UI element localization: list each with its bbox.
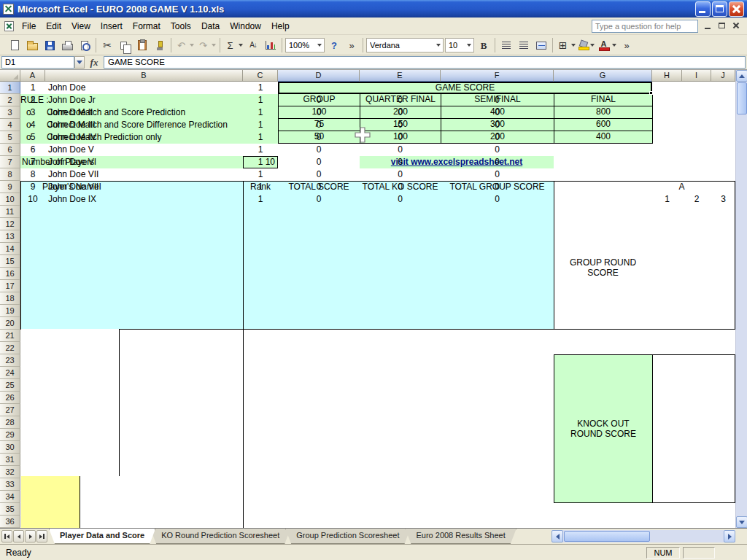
row-header-28[interactable]: 28 xyxy=(0,416,20,429)
zoom-select[interactable]: 100% xyxy=(285,38,325,52)
cells-area[interactable]: RULE : oCorrect Match and Score Predicti… xyxy=(20,82,735,528)
row-header-13[interactable]: 13 xyxy=(0,230,20,243)
column-header-D[interactable]: D xyxy=(278,70,360,82)
merge-center-button[interactable] xyxy=(533,37,550,53)
open-button[interactable] xyxy=(23,37,41,53)
horizontal-scrollbar[interactable] xyxy=(551,530,735,542)
align-left-button[interactable] xyxy=(498,37,515,53)
row-header-6[interactable]: 6 xyxy=(0,144,20,156)
column-header-F[interactable]: F xyxy=(441,70,554,82)
row-header-18[interactable]: 18 xyxy=(0,292,20,305)
borders-button[interactable]: ⊞ xyxy=(555,37,577,53)
maximize-button[interactable] xyxy=(712,1,727,17)
row-header-21[interactable]: 21 xyxy=(0,330,20,342)
column-header-H[interactable]: H xyxy=(652,70,682,82)
row-header-15[interactable]: 15 xyxy=(0,255,20,268)
tab-first-button[interactable] xyxy=(1,530,12,542)
row-header-20[interactable]: 20 xyxy=(0,317,20,330)
row-header-10[interactable]: 10 xyxy=(0,193,20,206)
toolbar-options-2-button[interactable]: » xyxy=(618,37,635,53)
select-all-corner[interactable] xyxy=(0,70,20,82)
vertical-scrollbar[interactable] xyxy=(735,70,747,528)
column-header-B[interactable]: B xyxy=(45,70,243,82)
row-header-14[interactable]: 14 xyxy=(0,243,20,255)
fill-color-button[interactable] xyxy=(577,37,596,53)
chart-wizard-button[interactable] xyxy=(262,37,279,53)
bold-button[interactable]: B xyxy=(475,37,492,53)
row-header-7[interactable]: 7 xyxy=(0,156,20,168)
help-question-box[interactable]: Type a question for help xyxy=(592,20,698,33)
row-header-26[interactable]: 26 xyxy=(0,392,20,404)
print-preview-button[interactable] xyxy=(76,37,93,53)
row-header-23[interactable]: 23 xyxy=(0,354,20,367)
row-header-36[interactable]: 36 xyxy=(0,516,20,528)
menu-file[interactable]: File xyxy=(17,19,41,34)
name-box-dropdown[interactable] xyxy=(74,56,85,69)
workbook-close-button[interactable] xyxy=(729,20,742,31)
row-header-3[interactable]: 3 xyxy=(0,106,20,119)
formula-content[interactable]: GAME SCORE xyxy=(104,56,746,69)
row-header-25[interactable]: 25 xyxy=(0,379,20,392)
font-color-button[interactable]: A xyxy=(596,37,618,53)
row-header-32[interactable]: 32 xyxy=(0,466,20,478)
paste-button[interactable] xyxy=(133,37,151,53)
active-cell-game-score[interactable]: GAME SCORE xyxy=(278,82,652,94)
menu-view[interactable]: View xyxy=(66,19,96,34)
tab-next-button[interactable] xyxy=(25,530,36,542)
column-header-A[interactable]: A xyxy=(20,70,45,82)
menu-insert[interactable]: Insert xyxy=(96,19,128,34)
scroll-up-button[interactable] xyxy=(736,70,747,82)
sheet-tab-3[interactable]: Group Prediction Scoresheet xyxy=(285,529,410,544)
tab-last-button[interactable] xyxy=(36,530,47,542)
row-header-33[interactable]: 33 xyxy=(0,478,20,491)
menu-data[interactable]: Data xyxy=(196,19,225,34)
autosum-button[interactable]: Σ xyxy=(222,37,244,53)
column-header-E[interactable]: E xyxy=(360,70,441,82)
column-header-I[interactable]: I xyxy=(682,70,711,82)
row-header-9[interactable]: 9 xyxy=(0,181,20,193)
format-painter-button[interactable] xyxy=(151,37,169,53)
row-header-27[interactable]: 27 xyxy=(0,404,20,416)
menu-edit[interactable]: Edit xyxy=(41,19,66,34)
menu-tools[interactable]: Tools xyxy=(166,19,196,34)
undo-button[interactable]: ↶ xyxy=(174,37,196,53)
menu-help[interactable]: Help xyxy=(266,19,295,34)
font-size-select[interactable]: 10 xyxy=(445,38,474,52)
workbook-restore-button[interactable] xyxy=(716,20,728,31)
menu-format[interactable]: Format xyxy=(128,19,166,34)
row-header-5[interactable]: 5 xyxy=(0,131,20,144)
tab-prev-button[interactable] xyxy=(13,530,24,542)
toolbar-options-button[interactable]: » xyxy=(343,37,360,53)
row-header-4[interactable]: 4 xyxy=(0,119,20,131)
column-header-J[interactable]: J xyxy=(711,70,735,82)
row-header-2[interactable]: 2 xyxy=(0,94,20,106)
column-header-G[interactable]: G xyxy=(554,70,652,82)
row-header-1[interactable]: 1 xyxy=(0,82,20,94)
row-header-11[interactable]: 11 xyxy=(0,206,20,218)
help-button[interactable]: ? xyxy=(325,37,343,53)
row-header-19[interactable]: 19 xyxy=(0,305,20,317)
row-header-22[interactable]: 22 xyxy=(0,342,20,354)
insert-function-icon[interactable]: fx xyxy=(85,57,104,69)
redo-button[interactable]: ↷ xyxy=(196,37,217,53)
minimize-button[interactable] xyxy=(695,1,711,17)
font-name-select[interactable]: Verdana xyxy=(366,38,444,52)
vertical-scroll-thumb[interactable] xyxy=(737,82,747,114)
sheet-tab-4[interactable]: Euro 2008 Results Sheet xyxy=(405,529,516,544)
row-header-34[interactable]: 34 xyxy=(0,491,20,503)
row-header-30[interactable]: 30 xyxy=(0,441,20,454)
row-header-17[interactable]: 17 xyxy=(0,280,20,292)
scroll-right-button[interactable] xyxy=(724,530,735,542)
row-header-12[interactable]: 12 xyxy=(0,218,20,230)
new-button[interactable] xyxy=(6,37,23,53)
scroll-left-button[interactable] xyxy=(551,530,563,542)
sheet-tab-1[interactable]: Player Data and Score xyxy=(49,529,155,544)
close-button[interactable] xyxy=(729,1,744,17)
sort-ascending-button[interactable]: A↓ xyxy=(244,37,262,53)
column-header-C[interactable]: C xyxy=(243,70,278,82)
print-button[interactable] xyxy=(58,37,76,53)
menu-window[interactable]: Window xyxy=(225,19,266,34)
workbook-minimize-button[interactable] xyxy=(702,20,714,31)
copy-button[interactable] xyxy=(116,37,133,53)
row-header-8[interactable]: 8 xyxy=(0,168,20,181)
